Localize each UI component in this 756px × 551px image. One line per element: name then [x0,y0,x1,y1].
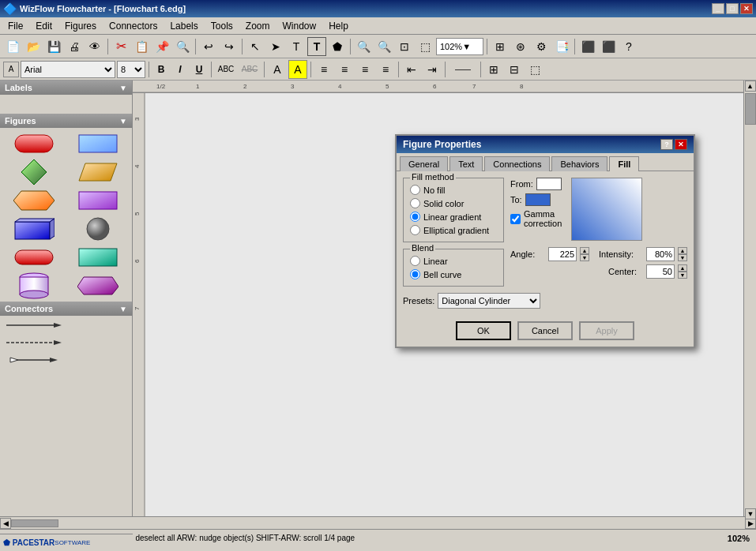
blend-bellcurve[interactable]: Bell curve [410,269,497,279]
center-label: Center: [608,267,643,276]
gamma-correction[interactable]: Gammacorrection [510,209,562,228]
tab-behaviors[interactable]: Behaviors [551,156,607,171]
dialog-body: Fill method No fill Solid color [397,171,694,315]
center-up[interactable]: ▲ [678,264,687,272]
blend-options: Linear Bell curve [410,253,497,279]
blend-label: Blend [410,243,435,253]
center-row: Center: ▲ ▼ [510,264,687,279]
presets-select[interactable]: Diagonal Cylinder Center Glow Corner Glo… [438,293,540,309]
fill-no-fill-label: No fill [423,186,446,195]
angle-input[interactable] [548,247,577,261]
gradient-preview-box [571,178,642,241]
fill-solid[interactable]: Solid color [410,198,497,208]
dialog-close-button[interactable]: ✕ [675,139,687,150]
intensity-input[interactable] [646,247,675,261]
from-row: From: [510,178,562,190]
dialog-left-col: Fill method No fill Solid color [403,178,504,293]
intensity-label: Intensity: [599,249,643,259]
dialog-title-buttons[interactable]: ? ✕ [660,139,687,150]
center-input[interactable] [646,264,675,279]
to-label: To: [510,195,522,204]
fill-method-group: Fill method No fill Solid color [403,178,504,242]
tab-text[interactable]: Text [449,156,483,171]
ok-button[interactable]: OK [456,321,511,340]
fill-method-options: No fill Solid color Linear gradient [410,182,497,235]
fill-elliptical-label: Elliptical gradient [423,226,489,235]
presets-label: Presets: [403,296,434,305]
fill-no-fill[interactable]: No fill [410,185,497,195]
intensity-down[interactable]: ▼ [678,254,687,261]
blend-bellcurve-label: Bell curve [423,270,461,279]
color-section: From: To: Gammacorrection [510,178,687,241]
angle-up[interactable]: ▲ [580,247,589,254]
blend-linear[interactable]: Linear [410,256,497,266]
angle-label: Angle: [510,249,545,259]
dialog-tabs: General Text Connections Behaviors Fill [397,153,694,171]
fill-linear-label: Linear gradient [423,212,481,222]
gamma-label: Gammacorrection [524,209,562,228]
dialog-overlay: Figure Properties ? ✕ General Text Conne… [0,0,756,551]
dialog-right-col: From: To: Gammacorrection [510,178,687,293]
center-down[interactable]: ▼ [678,272,687,279]
intensity-spinner[interactable]: ▲ ▼ [678,247,687,261]
dialog-buttons: OK Cancel Apply [397,315,694,347]
fill-linear-gradient[interactable]: Linear gradient [410,212,497,222]
dialog-title-bar: Figure Properties ? ✕ [397,136,694,153]
figure-properties-dialog: Figure Properties ? ✕ General Text Conne… [395,134,695,348]
cancel-button[interactable]: Cancel [517,321,573,340]
intensity-up[interactable]: ▲ [678,247,687,254]
presets-row: Presets: Diagonal Cylinder Center Glow C… [403,293,687,309]
gamma-checkbox[interactable] [510,214,521,224]
angle-down[interactable]: ▼ [580,254,589,261]
to-color-swatch[interactable] [525,193,551,206]
fill-elliptical[interactable]: Elliptical gradient [410,225,497,235]
from-to-gamma: From: To: Gammacorrection [510,178,562,241]
angle-row: Angle: ▲ ▼ Intensity: ▲ ▼ [510,247,687,261]
fill-method-label: Fill method [410,172,456,182]
blend-group: Blend Linear Bell curve [403,249,504,287]
dialog-title-text: Figure Properties [403,139,481,150]
apply-button[interactable]: Apply [579,321,634,340]
dialog-main-row: Fill method No fill Solid color [403,178,687,293]
tab-connections[interactable]: Connections [484,156,550,171]
tab-general[interactable]: General [400,156,448,171]
dialog-help-button[interactable]: ? [660,139,673,150]
fill-solid-label: Solid color [423,199,464,208]
to-row: To: [510,193,562,206]
from-label: From: [510,179,533,189]
from-color-swatch[interactable] [536,178,562,190]
tab-fill[interactable]: Fill [609,156,639,171]
angle-spinner[interactable]: ▲ ▼ [580,247,589,261]
center-spinner[interactable]: ▲ ▼ [678,264,687,279]
blend-linear-label: Linear [423,257,448,266]
